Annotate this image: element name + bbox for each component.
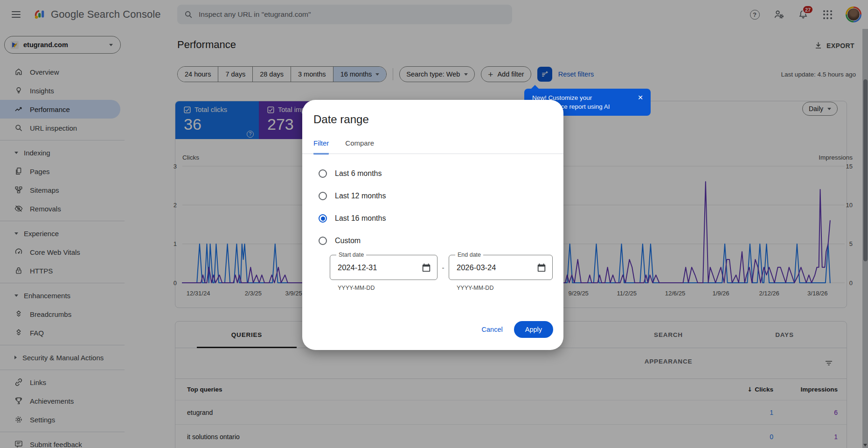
radio-selected-icon[interactable] — [319, 214, 327, 223]
custom-date-fields: Start date YYYY-MM-DD - End date YYYY-MM… — [330, 255, 553, 280]
option-last-6-months[interactable]: Last 6 months — [319, 162, 552, 185]
date-format-hint: YYYY-MM-DD — [457, 285, 493, 291]
apply-button[interactable]: Apply — [514, 321, 553, 338]
option-label: Custom — [335, 237, 361, 245]
dialog-title: Date range — [313, 113, 369, 126]
option-label: Last 16 months — [335, 214, 386, 223]
cancel-button[interactable]: Cancel — [475, 321, 509, 338]
tab-compare[interactable]: Compare — [345, 139, 374, 154]
divider — [302, 154, 563, 154]
calendar-icon[interactable] — [536, 263, 547, 273]
option-last-16-months[interactable]: Last 16 months — [319, 207, 552, 230]
date-range-dialog: Date range Filter Compare Last 6 months … — [302, 100, 563, 350]
range-dash: - — [437, 264, 449, 272]
option-label: Last 12 months — [335, 192, 386, 200]
date-format-hint: YYYY-MM-DD — [338, 285, 375, 291]
option-last-12-months[interactable]: Last 12 months — [319, 185, 552, 207]
close-icon[interactable]: × — [635, 92, 646, 103]
dialog-actions: Cancel Apply — [475, 321, 553, 338]
radio-unselected-icon[interactable] — [319, 169, 327, 178]
radio-unselected-icon[interactable] — [319, 192, 327, 200]
option-label: Last 6 months — [335, 169, 382, 178]
radio-unselected-icon[interactable] — [319, 237, 327, 245]
date-range-options: Last 6 months Last 12 months Last 16 mon… — [319, 162, 552, 252]
end-date-input[interactable] — [457, 255, 534, 280]
start-date-field[interactable]: Start date YYYY-MM-DD — [330, 255, 437, 280]
calendar-icon[interactable] — [421, 263, 431, 273]
tab-filter[interactable]: Filter — [313, 139, 329, 154]
dialog-tabs: Filter Compare — [313, 139, 374, 154]
option-custom[interactable]: Custom — [319, 230, 552, 252]
end-date-field[interactable]: End date YYYY-MM-DD — [449, 255, 553, 280]
start-date-input[interactable] — [338, 255, 415, 280]
